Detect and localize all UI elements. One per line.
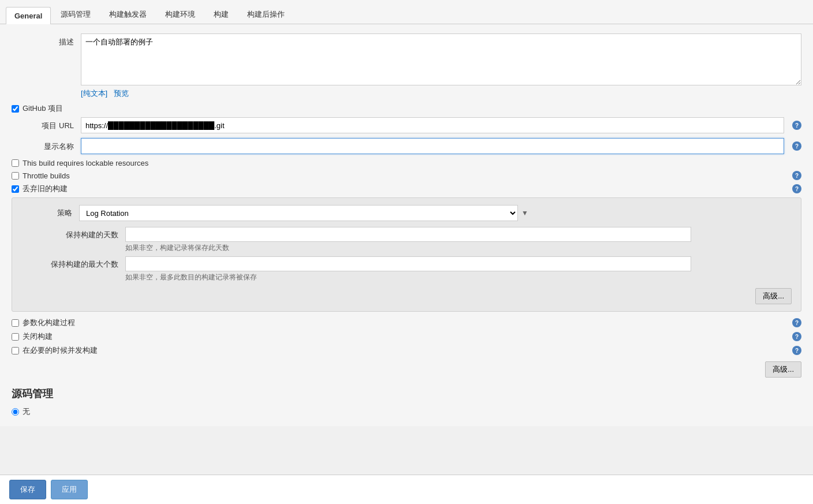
close-build-checkbox[interactable] [12, 333, 19, 341]
throttle-row: Throttle builds ? [12, 171, 801, 180]
advanced-btn-wrap-2: 高级... [12, 361, 801, 378]
source-none-label[interactable]: 无 [23, 406, 30, 417]
param-build-checkbox[interactable] [12, 319, 19, 327]
bottom-bar: 保存 应用 [0, 475, 813, 504]
project-url-label: 项目 URL [12, 117, 81, 131]
source-section-title: 源码管理 [12, 387, 801, 401]
main-content: 描述 一个自动部署的例子 [纯文本] 预览 GitHub 项目 项目 URL [0, 24, 813, 426]
strategy-label: 策略 [21, 208, 79, 218]
tab-general[interactable]: General [6, 7, 51, 24]
lockable-row: This build requires lockable resources [12, 159, 801, 167]
display-name-wrap: 例子 [81, 138, 784, 154]
preview-link[interactable]: 预览 [114, 89, 129, 98]
strategy-row: 策略 Log Rotation ▼ [21, 205, 792, 221]
advanced-btn-wrap-1: 高级... [21, 288, 792, 304]
github-project-row: GitHub 项目 [12, 103, 801, 114]
display-name-help-icon[interactable]: ? [792, 141, 801, 151]
strategy-section: 策略 Log Rotation ▼ 保持构建的天数 10 如果非空，构建记录将保… [12, 197, 801, 312]
concurrent-checkbox[interactable] [12, 347, 19, 354]
tab-trigger[interactable]: 构建触发器 [100, 5, 155, 24]
concurrent-label[interactable]: 在必要的时候并发构建 [23, 345, 98, 356]
project-url-row: 项目 URL ? [12, 117, 801, 133]
keep-days-wrap: 10 如果非空，构建记录将保存此天数 [125, 227, 792, 253]
keep-max-label: 保持构建的最大个数 [21, 256, 125, 270]
strategy-arrow: ▼ [521, 209, 528, 217]
project-url-with-help: ? [81, 117, 801, 133]
concurrent-row: 在必要的时候并发构建 ? [12, 345, 801, 356]
throttle-label[interactable]: Throttle builds [23, 171, 70, 180]
tab-post[interactable]: 构建后操作 [238, 5, 293, 24]
lockable-label[interactable]: This build requires lockable resources [23, 159, 148, 167]
keep-max-hint: 如果非空，最多此数目的构建记录将被保存 [125, 272, 792, 282]
description-wrap: 一个自动部署的例子 [纯文本] 预览 [81, 33, 801, 99]
strategy-select[interactable]: Log Rotation [79, 205, 518, 221]
display-name-input[interactable]: 例子 [81, 138, 784, 154]
bottom-section: 源码管理 无 [12, 387, 801, 417]
param-build-row: 参数化构建过程 ? [12, 318, 801, 328]
display-name-label: 显示名称 [12, 138, 81, 152]
throttle-checkbox[interactable] [12, 172, 19, 180]
project-url-input[interactable] [81, 117, 784, 133]
github-project-checkbox[interactable] [12, 105, 19, 113]
param-build-help-icon[interactable]: ? [792, 318, 801, 327]
plain-text-links: [纯文本] 预览 [81, 88, 801, 99]
keep-days-row: 保持构建的天数 10 如果非空，构建记录将保存此天数 [21, 227, 792, 253]
tabs-bar: General 源码管理 构建触发器 构建环境 构建 构建后操作 [0, 0, 813, 24]
project-url-wrap [81, 117, 784, 133]
discard-help-icon[interactable]: ? [792, 184, 801, 193]
tab-env[interactable]: 构建环境 [156, 5, 204, 24]
apply-button[interactable]: 应用 [51, 480, 88, 499]
discard-label[interactable]: 丢弃旧的构建 [23, 184, 68, 194]
keep-max-input[interactable]: 10 [125, 256, 691, 271]
keep-max-row: 保持构建的最大个数 10 如果非空，最多此数目的构建记录将被保存 [21, 256, 792, 282]
page-wrapper: General 源码管理 构建触发器 构建环境 构建 构建后操作 描述 一个自动… [0, 0, 813, 504]
tab-source[interactable]: 源码管理 [52, 5, 99, 24]
keep-days-input[interactable]: 10 [125, 227, 691, 242]
source-none-row: 无 [12, 406, 801, 417]
keep-days-hint: 如果非空，构建记录将保存此天数 [125, 243, 792, 253]
keep-max-wrap: 10 如果非空，最多此数目的构建记录将被保存 [125, 256, 792, 282]
lockable-checkbox[interactable] [12, 159, 19, 167]
plain-text-link[interactable]: [纯文本] [81, 89, 107, 98]
advanced-button-1[interactable]: 高级... [755, 288, 792, 304]
github-project-label[interactable]: GitHub 项目 [23, 103, 63, 114]
throttle-help-icon[interactable]: ? [792, 171, 801, 180]
concurrent-help-icon[interactable]: ? [792, 346, 801, 355]
description-textarea[interactable]: 一个自动部署的例子 [81, 33, 801, 85]
display-name-with-help: 例子 ? [81, 138, 801, 154]
close-build-help-icon[interactable]: ? [792, 332, 801, 341]
close-build-label[interactable]: 关闭构建 [23, 331, 53, 342]
save-button[interactable]: 保存 [9, 480, 46, 499]
keep-days-label: 保持构建的天数 [21, 227, 125, 240]
description-label: 描述 [12, 33, 81, 47]
source-none-radio[interactable] [12, 408, 19, 416]
display-name-row: 显示名称 例子 ? [12, 138, 801, 154]
close-build-row: 关闭构建 ? [12, 331, 801, 342]
description-row: 描述 一个自动部署的例子 [纯文本] 预览 [12, 33, 801, 99]
param-build-label[interactable]: 参数化构建过程 [23, 318, 75, 328]
discard-checkbox[interactable] [12, 185, 19, 193]
tab-build[interactable]: 构建 [205, 5, 237, 24]
project-url-help-icon[interactable]: ? [792, 121, 801, 130]
discard-row: 丢弃旧的构建 ? [12, 184, 801, 194]
advanced-button-2[interactable]: 高级... [765, 361, 801, 378]
